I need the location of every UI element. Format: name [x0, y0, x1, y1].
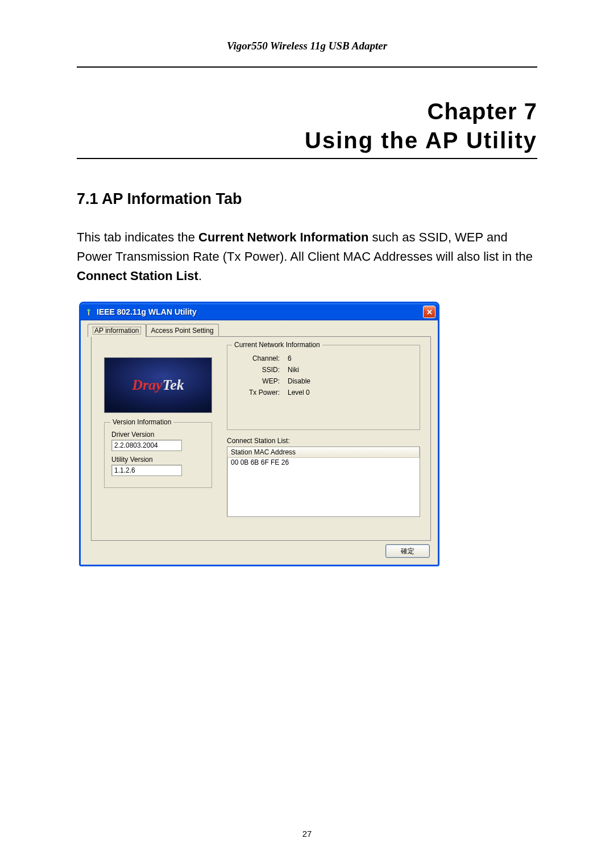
tab-ap-information[interactable]: AP information: [88, 324, 146, 337]
wep-label: WEP:: [239, 377, 280, 385]
brand-logo: DrayTek: [104, 357, 212, 413]
para-text: .: [198, 269, 202, 283]
header-rule: [77, 66, 537, 68]
wlan-utility-dialog: IEEE 802.11g WLAN Utility ✕ AP informati…: [79, 302, 439, 566]
section-heading: 7.1 AP Information Tab: [77, 190, 537, 208]
utility-version-field: 1.1.2.6: [111, 465, 182, 476]
ssid-value: Niki: [288, 366, 299, 374]
app-icon: [84, 307, 93, 316]
utility-version-label: Utility Version: [111, 456, 205, 464]
list-column-header[interactable]: Station MAC Address: [227, 447, 420, 458]
connect-station-list[interactable]: Station MAC Address 00 0B 6B 6F FE 26: [227, 446, 420, 517]
ssid-label: SSID:: [239, 366, 280, 374]
window-title: IEEE 802.11g WLAN Utility: [97, 307, 423, 316]
tab-label: AP information: [93, 327, 141, 335]
close-button[interactable]: ✕: [423, 306, 435, 318]
current-network-information-group: Current Network Information Channel:6 SS…: [227, 345, 420, 430]
txpower-label: Tx Power:: [239, 389, 280, 397]
para-text: This tab indicates the: [77, 230, 198, 244]
tab-panel: DrayTek Version Information Driver Versi…: [91, 336, 431, 541]
logo-part-tek: Tek: [163, 377, 184, 393]
group-legend: Current Network Information: [232, 341, 322, 349]
channel-label: Channel:: [239, 354, 280, 362]
chapter-rule: [77, 158, 537, 159]
group-legend: Version Information: [110, 418, 173, 426]
chapter-title: Using the AP Utility: [77, 128, 537, 153]
para-bold-2: Connect Station List: [77, 269, 198, 283]
close-icon: ✕: [426, 308, 433, 316]
driver-version-field: 2.2.0803.2004: [111, 440, 182, 451]
page-number: 27: [0, 829, 614, 838]
connect-station-list-label: Connect Station List:: [227, 437, 420, 445]
txpower-value: Level 0: [288, 389, 310, 397]
chapter-label: Chapter 7: [77, 99, 537, 124]
version-information-group: Version Information Driver Version 2.2.0…: [104, 422, 212, 488]
para-bold-1: Current Network Information: [198, 230, 368, 244]
tab-access-point-setting[interactable]: Access Point Setting: [146, 324, 219, 336]
logo-part-dray: Dray: [132, 377, 162, 393]
svg-rect-1: [88, 311, 89, 315]
running-header: Vigor550 Wireless 11g USB Adapter: [77, 40, 537, 52]
wep-value: Disable: [288, 377, 310, 385]
titlebar[interactable]: IEEE 802.11g WLAN Utility ✕: [81, 303, 438, 320]
body-paragraph: This tab indicates the Current Network I…: [77, 228, 537, 286]
channel-value: 6: [288, 354, 292, 362]
list-item[interactable]: 00 0B 6B 6F FE 26: [227, 458, 420, 467]
ok-button[interactable]: 確定: [385, 544, 430, 558]
driver-version-label: Driver Version: [111, 431, 205, 439]
tab-label: Access Point Setting: [151, 327, 214, 335]
